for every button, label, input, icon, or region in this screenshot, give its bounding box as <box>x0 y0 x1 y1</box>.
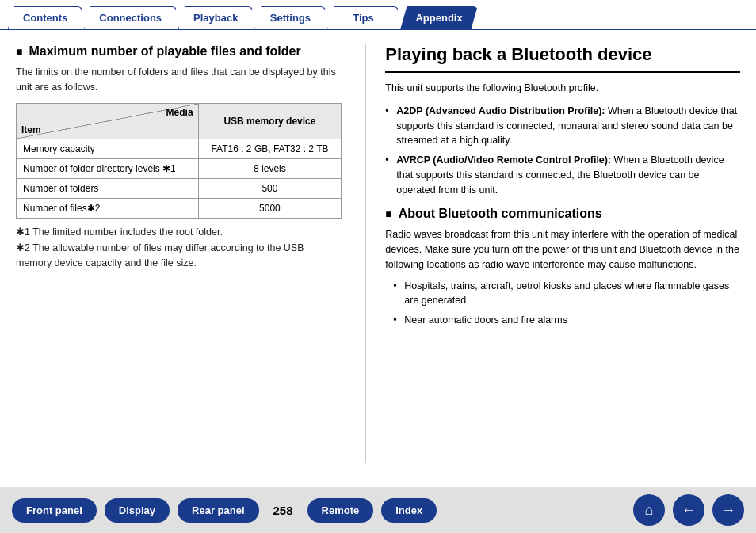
bullet-item: Near automatic doors and fire alarms <box>393 313 740 328</box>
tab-settings[interactable]: Settings <box>254 6 326 29</box>
footnotes: ✱1 The limited number includes the root … <box>16 225 342 271</box>
section2-body: Radio waves broadcast from this unit may… <box>385 227 740 272</box>
tab-playback[interactable]: Playback <box>178 6 253 29</box>
media-table: Media Item USB memory device Memory capa… <box>16 103 342 219</box>
forward-button[interactable]: → <box>712 494 744 526</box>
tab-tips[interactable]: Tips <box>327 6 399 29</box>
back-button[interactable]: ← <box>673 494 704 526</box>
table-header-usb: USB memory device <box>198 103 342 139</box>
front-panel-button[interactable]: Front panel <box>12 498 97 523</box>
bullet-item: Hospitals, trains, aircraft, petrol kios… <box>393 279 740 309</box>
table-row-item: Memory capacity <box>17 139 199 158</box>
table-header-item-media: Media Item <box>17 103 199 139</box>
bullets-list: Hospitals, trains, aircraft, petrol kios… <box>385 279 740 328</box>
remote-button[interactable]: Remote <box>307 498 374 523</box>
footnote: ✱1 The limited number includes the root … <box>16 225 342 240</box>
left-heading: Maximum number of playable files and fol… <box>16 44 342 59</box>
profiles-list: A2DP (Advanced Audio Distribution Profil… <box>385 104 740 198</box>
left-panel: Maximum number of playable files and fol… <box>16 44 342 463</box>
table-row-value: 5000 <box>198 198 342 218</box>
section2-heading: About Bluetooth communications <box>385 207 740 221</box>
tab-connections[interactable]: Connections <box>84 6 177 29</box>
table-row-value: FAT16 : 2 GB, FAT32 : 2 TB <box>198 139 342 158</box>
tab-appendix[interactable]: Appendix <box>400 6 477 29</box>
item-label-text: Item <box>21 124 41 135</box>
nav-tabs: Contents Connections Playback Settings T… <box>0 0 756 30</box>
right-intro: This unit supports the following Bluetoo… <box>385 81 740 96</box>
content-area: Maximum number of playable files and fol… <box>0 30 756 471</box>
right-title: Playing back a Bluetooth device <box>385 44 740 73</box>
page-number: 258 <box>273 504 293 517</box>
profile-item: A2DP (Advanced Audio Distribution Profil… <box>385 104 740 148</box>
table-row-value: 8 levels <box>198 158 342 178</box>
home-button[interactable]: ⌂ <box>633 494 665 526</box>
bottom-nav: Front panel Display Rear panel 258 Remot… <box>0 487 756 533</box>
table-row-item: Number of folder directory levels ✱1 <box>17 158 199 178</box>
table-row-value: 500 <box>198 178 342 198</box>
left-intro: The limits on the number of folders and … <box>16 65 342 95</box>
index-button[interactable]: Index <box>381 498 437 523</box>
tab-contents[interactable]: Contents <box>8 6 82 29</box>
display-button[interactable]: Display <box>105 498 170 523</box>
profile-item: AVRCP (Audio/Video Remote Control Profil… <box>385 153 740 197</box>
rear-panel-button[interactable]: Rear panel <box>178 498 258 523</box>
table-row-item: Number of files✱2 <box>17 198 199 218</box>
table-row-item: Number of folders <box>17 178 199 198</box>
footnote: ✱2 The allowable number of files may dif… <box>16 241 342 271</box>
right-panel: Playing back a Bluetooth device This uni… <box>365 44 740 463</box>
media-label-text: Media <box>166 107 193 118</box>
